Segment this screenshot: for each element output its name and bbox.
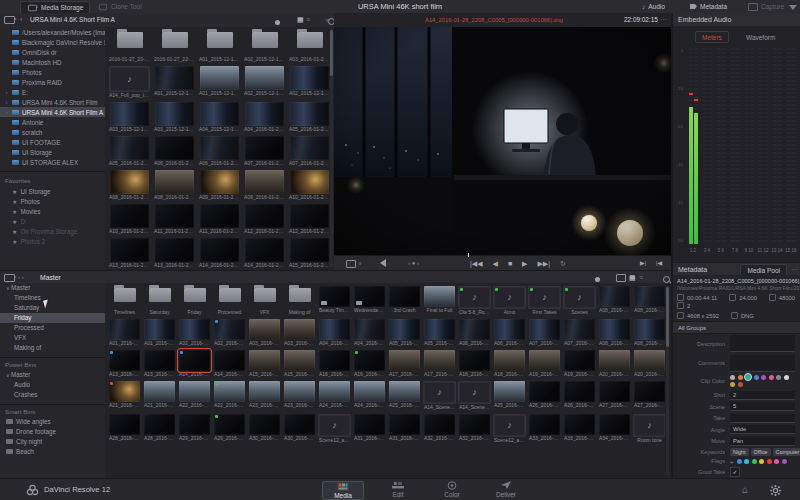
keyword-chip[interactable]: Office: [751, 448, 771, 456]
clip-thumbnail[interactable]: A07_2016-01-22_...: [287, 133, 332, 167]
folder-thumbnail[interactable]: A01_2015-12-11_...: [197, 27, 242, 63]
viewer-panel[interactable]: [334, 27, 672, 255]
sidebar-item[interactable]: UI STORAGE ALEX: [0, 157, 105, 167]
folder-thumbnail[interactable]: 2016-01-27_20-2...: [107, 27, 152, 63]
capture-button[interactable]: Capture: [742, 1, 790, 12]
bin-item[interactable]: City night: [0, 437, 105, 447]
clip-thumbnail[interactable]: A01_2016-01...: [142, 316, 177, 347]
metadata-field-input[interactable]: Wide: [730, 425, 795, 434]
clip-thumbnail[interactable]: A33_2016-01...: [562, 411, 597, 442]
clip-thumbnail[interactable]: A10_2016-01-27_...: [107, 201, 152, 235]
color-swatch[interactable]: [769, 375, 774, 380]
clip-thumbnail[interactable]: A22_2016-01...: [212, 378, 247, 409]
clip-thumbnail[interactable]: A08_2016-01...: [597, 316, 632, 347]
folder-thumbnail[interactable]: VFX: [247, 283, 282, 316]
clip-thumbnail[interactable]: A24_2016-01...: [317, 378, 352, 409]
audio-clip-thumbnail[interactable]: ♪Room tone: [632, 411, 665, 444]
audio-clip-thumbnail[interactable]: ♪A14_Scene5_T...: [457, 378, 492, 411]
back-button[interactable]: ‹: [20, 13, 22, 27]
audio-clip-thumbnail[interactable]: ♪A14_Full_pop_te...: [107, 63, 152, 99]
viewer-options-icon[interactable]: ⋯: [660, 13, 667, 27]
clip-thumbnail[interactable]: A03_2016-01...: [247, 316, 282, 347]
clip-thumbnail[interactable]: A01_2015-12-17_...: [197, 63, 242, 97]
sidebar-item[interactable]: ★UI Storage: [0, 186, 105, 196]
clip-thumbnail[interactable]: A06_2016-01-21_...: [152, 133, 197, 167]
clip-thumbnail[interactable]: A14_2016-01...: [212, 347, 247, 378]
meters-tab[interactable]: Meters: [695, 31, 729, 43]
stop-button[interactable]: ■: [508, 260, 512, 267]
clip-thumbnail[interactable]: 3rd Crash: [387, 283, 422, 314]
clone-tool-button[interactable]: Clone Tool: [92, 1, 148, 12]
clip-thumbnail[interactable]: A20_2016-01...: [597, 347, 632, 378]
folder-thumbnail[interactable]: Making of: [282, 283, 317, 316]
clip-thumbnail[interactable]: A04_2015-12-17_...: [197, 99, 242, 133]
clip-thumbnail[interactable]: A06_2016-01...: [457, 316, 492, 347]
clip-thumbnail[interactable]: A19_2016-01...: [562, 347, 597, 378]
play-button[interactable]: ▶: [522, 260, 527, 267]
clip-thumbnail[interactable]: A30_2016-01...: [247, 411, 282, 442]
clip-thumbnail[interactable]: A14_2016-01-28_...: [197, 235, 242, 269]
clip-thumbnail[interactable]: A24_2016-01...: [352, 378, 387, 409]
clip-thumbnail[interactable]: A21_2016-01...: [142, 378, 177, 409]
flag-swatch[interactable]: [782, 459, 787, 464]
clip-thumbnail[interactable]: A01_2016-01...: [107, 316, 142, 347]
clip-thumbnail[interactable]: A29_2016-01...: [177, 411, 212, 442]
bin-item[interactable]: ∨ Master: [0, 370, 105, 380]
sidebar-item[interactable]: ★D:: [0, 216, 105, 226]
clip-thumbnail[interactable]: A07_2016-01...: [562, 316, 597, 347]
flag-swatch[interactable]: [759, 459, 764, 464]
sidebar-item[interactable]: OmniDisk dr: [0, 47, 105, 57]
flag-swatch[interactable]: [744, 459, 749, 464]
expand-arrow[interactable]: ›: [4, 109, 9, 115]
clip-thumbnail[interactable]: A25_2016-01...: [387, 378, 422, 409]
clip-thumbnail[interactable]: A09_2016-01-26_...: [197, 167, 242, 201]
clip-thumbnail[interactable]: Final to Full: [422, 283, 457, 314]
filmstrip-view-icon[interactable]: ∨: [325, 13, 329, 27]
clip-thumbnail[interactable]: A08_2016-01-25_...: [152, 167, 197, 201]
bin-item[interactable]: Processed: [0, 323, 105, 333]
metadata-field-input[interactable]: 5: [730, 402, 795, 411]
color-swatch[interactable]: [754, 375, 759, 380]
clip-thumbnail[interactable]: A03_2016-01...: [282, 316, 317, 347]
clip-thumbnail[interactable]: A03_2015-12-17_...: [107, 99, 152, 133]
sidebar-item[interactable]: Blackmagic DaVinci Resolve Studio: [0, 37, 105, 47]
clip-thumbnail[interactable]: A14_2016-01-28...: [177, 347, 212, 378]
bin-item[interactable]: Beach: [0, 447, 105, 457]
clip-thumbnail[interactable]: A02_2015-12-17_...: [287, 63, 332, 97]
jog-controls[interactable]: ‹ ● ›: [408, 256, 419, 271]
metadata-field-input[interactable]: [730, 335, 795, 352]
color-swatch[interactable]: [730, 375, 735, 380]
sidebar-item[interactable]: ›URSA Mini 4.6K Short Film A: [0, 107, 105, 117]
bin-item[interactable]: Wide angles: [0, 417, 105, 427]
clip-thumbnail[interactable]: A04_2016-01-21_...: [242, 99, 287, 133]
storage-scrollbar[interactable]: [330, 28, 333, 268]
tab-deliver[interactable]: Deliver: [486, 481, 526, 498]
settings-gear-icon[interactable]: [770, 485, 781, 496]
clip-thumbnail[interactable]: A02_2016-01...: [177, 316, 212, 347]
tab-edit[interactable]: Edit: [378, 481, 418, 498]
clip-thumbnail[interactable]: A15_2016-01...: [282, 347, 317, 378]
folder-thumbnail[interactable]: Friday: [177, 283, 212, 316]
clip-thumbnail[interactable]: A17_2016-01...: [422, 347, 457, 378]
clip-thumbnail[interactable]: A28_2016-01...: [107, 411, 142, 442]
clip-thumbnail[interactable]: A23_2016-01...: [282, 378, 317, 409]
bin-item[interactable]: Friday: [0, 313, 105, 323]
audio-clip-thumbnail[interactable]: ♪Ola 5-8_Rowi...: [457, 283, 492, 316]
metadata-field-input[interactable]: Pan: [730, 437, 795, 446]
timeline-thumbnail[interactable]: Wednesday E...: [352, 283, 387, 314]
clip-thumbnail[interactable]: A05_2016-01...: [387, 316, 422, 347]
sidebar-item[interactable]: scratch: [0, 127, 105, 137]
clip-thumbnail[interactable]: A23_2016-01...: [247, 378, 282, 409]
audio-panel-button[interactable]: ♪ Audio: [636, 1, 671, 12]
sidebar-item[interactable]: /Users/alexander/Movies (Image 37%): [0, 27, 105, 37]
sidebar-item[interactable]: Photos: [0, 67, 105, 77]
color-swatch[interactable]: [761, 375, 766, 380]
go-to-start-button[interactable]: |◀◀: [470, 260, 483, 267]
clip-thumbnail[interactable]: A04_2016-01...: [352, 316, 387, 347]
pool-search-icon[interactable]: [663, 276, 670, 283]
clip-thumbnail[interactable]: A30_2016-01...: [282, 411, 317, 442]
clip-thumbnail[interactable]: A32_2016-01...: [422, 411, 457, 442]
clip-thumbnail[interactable]: A08_2016-01...: [632, 316, 665, 347]
clip-thumbnail[interactable]: A12_2016-01-27_...: [242, 201, 287, 235]
bin-item[interactable]: VFX: [0, 333, 105, 343]
